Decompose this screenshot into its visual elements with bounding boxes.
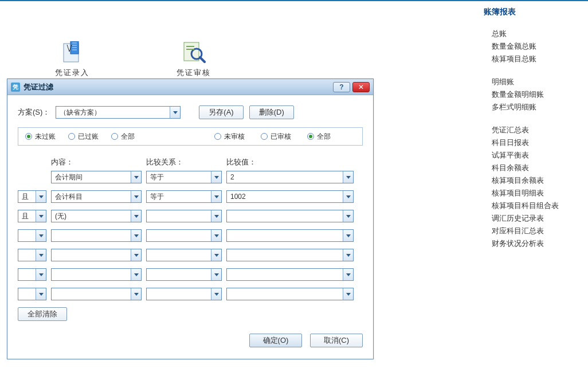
chevron-down-icon: [211, 191, 221, 202]
logic-select[interactable]: 且: [18, 190, 46, 203]
sidebar-item[interactable]: 数量金额总账: [492, 40, 581, 53]
sidebar-item[interactable]: 财务状况分析表: [492, 237, 581, 250]
sidebar-item[interactable]: 凭证汇总表: [492, 124, 581, 136]
sidebar-item[interactable]: 总账: [492, 28, 581, 40]
value-input[interactable]: [226, 268, 354, 281]
chevron-down-icon: [131, 171, 141, 183]
value-input[interactable]: 1002: [226, 190, 354, 203]
relation-select[interactable]: [146, 268, 222, 281]
svg-line-4: [200, 57, 205, 62]
desktop-icon-voucher-audit[interactable]: 凭证审核: [177, 41, 211, 78]
sidebar-item[interactable]: 核算项目余额表: [492, 174, 581, 187]
radio-posted[interactable]: 已过账: [68, 132, 99, 142]
close-button[interactable]: ✕: [352, 82, 370, 92]
relation-select[interactable]: [146, 249, 222, 261]
logic-select[interactable]: [18, 268, 46, 281]
desktop-icon-voucher-entry[interactable]: 凭证录入: [55, 41, 89, 78]
radio-unposted[interactable]: 未过账: [25, 132, 56, 142]
value-input[interactable]: 2: [226, 171, 354, 183]
ok-button[interactable]: 确定(O): [249, 334, 302, 347]
value-input[interactable]: [226, 249, 354, 261]
chevron-down-icon: [131, 288, 141, 300]
audit-radio-group: 未审核 已审核 全部: [214, 132, 355, 142]
chevron-down-icon: [211, 288, 221, 300]
chevron-down-icon: [211, 269, 221, 280]
relation-select[interactable]: [146, 210, 222, 222]
logic-select[interactable]: [18, 288, 46, 300]
content-select[interactable]: [51, 249, 142, 261]
content-select[interactable]: [51, 229, 142, 242]
status-radio-row: 未过账 已过账 全部 未审核 已审核 全部: [18, 127, 363, 146]
sidebar-group: 总账数量金额总账核算项目总账: [484, 28, 581, 65]
sidebar-item[interactable]: 数量金额明细账: [492, 88, 581, 101]
chevron-down-icon: [343, 191, 353, 202]
filter-rows: 会计期间等于2且会计科目等于1002且(无): [18, 171, 363, 300]
sidebar-item[interactable]: 核算项目总账: [492, 53, 581, 65]
chevron-down-icon: [131, 249, 141, 261]
chevron-down-icon: [36, 269, 46, 280]
scheme-select[interactable]: （缺省方案）: [56, 106, 181, 119]
dialog-titlebar: 凭 凭证过滤 ? ✕: [7, 79, 373, 95]
chevron-down-icon: [36, 191, 46, 202]
chevron-down-icon: [343, 230, 353, 241]
value-input[interactable]: [226, 229, 354, 242]
value-input[interactable]: [226, 288, 354, 300]
chevron-down-icon: [36, 249, 46, 261]
sidebar-item[interactable]: 试算平衡表: [492, 149, 581, 162]
header-content: 内容：: [51, 157, 142, 167]
voucher-audit-icon: [182, 41, 206, 64]
radio-audited[interactable]: 已审核: [261, 132, 291, 142]
radio-audit-all[interactable]: 全部: [307, 132, 331, 142]
dialog-title: 凭证过滤: [23, 82, 331, 92]
top-border: [0, 0, 588, 1]
sidebar-item[interactable]: 科目日报表: [492, 136, 581, 149]
cancel-button[interactable]: 取消(C): [310, 334, 363, 347]
relation-select[interactable]: [146, 229, 222, 242]
relation-select[interactable]: 等于: [146, 171, 222, 183]
chevron-down-icon: [131, 210, 141, 222]
voucher-filter-dialog: 凭 凭证过滤 ? ✕ 方案(S)： （缺省方案） 另存(A) 删除(D) 未过账…: [7, 79, 374, 359]
filter-row: 且(无): [18, 210, 363, 222]
dialog-footer: 确定(O) 取消(C): [18, 334, 363, 347]
desktop-icon-label: 凭证录入: [55, 68, 89, 78]
content-select[interactable]: 会计科目: [51, 190, 142, 203]
sidebar-group: 凭证汇总表科目日报表试算平衡表科目余额表核算项目余额表核算项目明细表核算项目科目…: [484, 124, 581, 250]
sidebar-item[interactable]: 明细账: [492, 76, 581, 88]
sidebar-item[interactable]: 对应科目汇总表: [492, 225, 581, 237]
scheme-label: 方案(S)：: [18, 107, 50, 118]
radio-posting-all[interactable]: 全部: [111, 132, 135, 142]
radio-icon: [25, 133, 32, 140]
relation-select[interactable]: 等于: [146, 190, 222, 203]
chevron-down-icon: [131, 269, 141, 280]
value-input[interactable]: [226, 210, 354, 222]
save-as-button[interactable]: 另存(A): [199, 105, 243, 119]
sidebar-item[interactable]: 核算项目科目组合表: [492, 199, 581, 212]
chevron-down-icon: [343, 210, 353, 222]
logic-select[interactable]: [18, 249, 46, 261]
sidebar-groups: 总账数量金额总账核算项目总账明细账数量金额明细账多栏式明细账凭证汇总表科目日报表…: [484, 28, 581, 250]
content-select[interactable]: (无): [51, 210, 142, 222]
radio-unaudited[interactable]: 未审核: [214, 132, 245, 142]
help-button[interactable]: ?: [333, 82, 350, 92]
sidebar-item[interactable]: 多栏式明细账: [492, 101, 581, 113]
sidebar-group: 明细账数量金额明细账多栏式明细账: [484, 76, 581, 113]
clear-all-button[interactable]: 全部清除: [18, 307, 67, 321]
content-select[interactable]: [51, 268, 142, 281]
sidebar-item[interactable]: 调汇历史记录表: [492, 212, 581, 225]
logic-select[interactable]: 且: [18, 210, 46, 222]
logic-select[interactable]: [18, 229, 46, 242]
sidebar-item[interactable]: 科目余额表: [492, 162, 581, 174]
radio-icon: [261, 133, 268, 140]
sidebar-title: 账簿报表: [484, 7, 581, 17]
sidebar: 账簿报表 总账数量金额总账核算项目总账明细账数量金额明细账多栏式明细账凭证汇总表…: [484, 7, 581, 260]
chevron-down-icon: [170, 107, 180, 118]
content-select[interactable]: 会计期间: [51, 171, 142, 183]
relation-select[interactable]: [146, 288, 222, 300]
filter-row: [18, 229, 363, 242]
filter-row: 且会计科目等于1002: [18, 190, 363, 203]
filter-row: [18, 288, 363, 300]
app-icon: 凭: [11, 83, 20, 92]
sidebar-item[interactable]: 核算项目明细表: [492, 187, 581, 199]
delete-button[interactable]: 删除(D): [249, 105, 294, 119]
content-select[interactable]: [51, 288, 142, 300]
